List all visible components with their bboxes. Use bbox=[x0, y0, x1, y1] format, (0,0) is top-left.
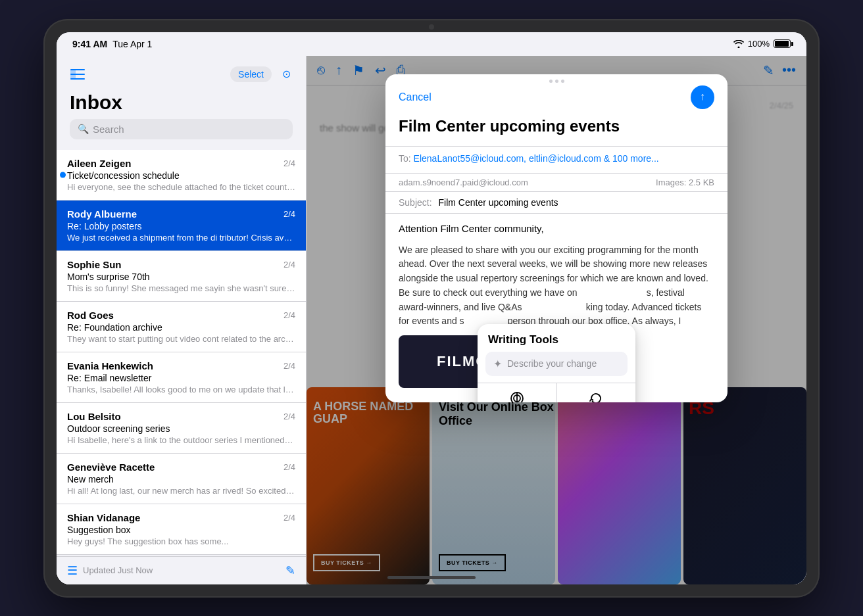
drag-dot-3 bbox=[561, 80, 564, 83]
subject-row: Subject: Film Center upcoming events bbox=[385, 191, 727, 213]
sparkle-icon: ✦ bbox=[493, 358, 502, 370]
side-button[interactable] bbox=[819, 151, 820, 190]
mail-subject: New merch bbox=[67, 474, 295, 485]
mail-date: 2/4 bbox=[284, 462, 295, 472]
ipad-device: 9:41 AM Tue Apr 1 100% bbox=[43, 19, 820, 598]
wt-input-row: ✦ Describe your change bbox=[478, 352, 635, 383]
cc-row: adam.s9noend7.paid@icloud.com Images: 2.… bbox=[385, 173, 727, 191]
mail-subject: Re: Foundation archive bbox=[67, 322, 295, 333]
mail-item-header: Aileen Zeigen 2/4 bbox=[67, 158, 295, 169]
cancel-button[interactable]: Cancel bbox=[399, 91, 431, 103]
mail-item-header: Rod Goes 2/4 bbox=[67, 310, 295, 321]
to-field[interactable]: To: ElenaLanot55@icloud.com, eltlin@iclo… bbox=[399, 153, 714, 164]
mail-preview: They want to start putting out video con… bbox=[67, 334, 295, 344]
mail-preview: Hey guys! The suggestion box has some... bbox=[67, 536, 295, 546]
to-addresses: ElenaLanot55@icloud.com, eltlin@icloud.c… bbox=[414, 153, 659, 164]
proofread-icon bbox=[510, 391, 524, 402]
mail-preview: Thanks, Isabelle! All looks good to me o… bbox=[67, 385, 295, 394]
wt-main-buttons: Proofread Rewrite bbox=[478, 383, 635, 402]
mail-subject: Outdoor screening series bbox=[67, 423, 295, 434]
images-size-text: Images: 2.5 KB bbox=[656, 178, 714, 187]
email-view: ⎋ ↑ ⚑ ↩ ⎙ ✎ ••• 2/4/25 the show will go … bbox=[307, 56, 806, 584]
mail-date: 2/4 bbox=[284, 260, 295, 270]
status-bar: 9:41 AM Tue Apr 1 100% bbox=[57, 32, 806, 56]
sidebar-toolbar: Select ⊙ bbox=[67, 64, 295, 85]
subject-label: Subject: bbox=[399, 197, 432, 208]
mail-list-item[interactable]: Sophie Sun 2/4 Mom's surprise 70th This … bbox=[57, 251, 306, 302]
rewrite-icon bbox=[589, 391, 603, 402]
battery-fill bbox=[775, 41, 789, 47]
to-label: To: bbox=[399, 153, 414, 164]
battery-icon bbox=[774, 39, 791, 48]
mail-subject: Re: Email newsletter bbox=[67, 373, 295, 383]
mail-sender: Sophie Sun bbox=[67, 259, 122, 270]
ipad-screen: 9:41 AM Tue Apr 1 100% bbox=[57, 32, 806, 584]
mail-subject: Suggestion box bbox=[67, 525, 295, 535]
camera bbox=[429, 24, 434, 30]
wifi-icon bbox=[733, 40, 744, 48]
cc-from-text: adam.s9noend7.paid@icloud.com bbox=[399, 178, 528, 187]
greeting-line: Attention Film Center community, bbox=[399, 222, 714, 237]
unread-dot bbox=[60, 172, 66, 178]
writing-tools-popup: Writing Tools ✦ Describe your change bbox=[478, 324, 635, 402]
mail-date: 2/4 bbox=[284, 310, 295, 320]
mail-date: 2/4 bbox=[284, 158, 295, 168]
mail-subject: Ticket/concession schedule bbox=[67, 170, 295, 181]
mail-item-header: Rody Albuerne 2/4 bbox=[67, 208, 295, 220]
mail-list-item[interactable]: Geneviève Racette 2/4 New merch Hi all! … bbox=[57, 454, 306, 504]
subject-value: Film Center upcoming events bbox=[438, 197, 558, 208]
mail-list-item[interactable]: Shian Vidanage 2/4 Suggestion box Hey gu… bbox=[57, 504, 306, 555]
mail-list-item[interactable]: Rod Goes 2/4 Re: Foundation archive They… bbox=[57, 302, 306, 352]
search-bar[interactable]: 🔍 Search bbox=[70, 119, 293, 139]
sidebar-toggle-button[interactable] bbox=[67, 64, 88, 85]
filter-button[interactable]: ⊙ bbox=[277, 65, 295, 83]
mail-list: Aileen Zeigen 2/4 Ticket/concession sche… bbox=[57, 150, 306, 556]
compose-modal: Cancel ↑ Film Center upcoming events To:… bbox=[385, 74, 727, 402]
mail-sender: Lou Belsito bbox=[67, 411, 121, 422]
send-button[interactable]: ↑ bbox=[691, 85, 714, 109]
email-subject-area: Film Center upcoming events bbox=[385, 117, 727, 147]
mail-list-item[interactable]: Evania Henkewich 2/4 Re: Email newslette… bbox=[57, 352, 306, 403]
modal-toolbar: Cancel ↑ bbox=[385, 85, 727, 117]
mail-list-item[interactable]: Lou Belsito 2/4 Outdoor screening series… bbox=[57, 403, 306, 454]
mail-sender: Evania Henkewich bbox=[67, 360, 153, 371]
drag-dot-1 bbox=[549, 80, 553, 83]
wt-input-placeholder: Describe your change bbox=[507, 358, 597, 369]
rewrite-button[interactable]: Rewrite bbox=[557, 383, 636, 402]
svg-rect-2 bbox=[70, 74, 85, 75]
mail-list-item[interactable]: Rody Albuerne 2/4 Re: Lobby posters We j… bbox=[57, 201, 306, 251]
mail-preview: This is so funny! She messaged me sayin … bbox=[67, 283, 295, 293]
status-right: 100% bbox=[733, 39, 791, 49]
mail-preview: We just received a shipment from the di … bbox=[67, 233, 295, 243]
mail-sender: Rody Albuerne bbox=[67, 208, 137, 220]
mail-subject: Mom's surprise 70th bbox=[67, 272, 295, 282]
send-arrow-icon: ↑ bbox=[700, 91, 705, 103]
mail-item-header: Geneviève Racette 2/4 bbox=[67, 462, 295, 473]
wt-describe-input[interactable]: ✦ Describe your change bbox=[485, 352, 628, 376]
mail-sidebar: Select ⊙ Inbox 🔍 Search Aileen Zeigen 2/ bbox=[57, 56, 307, 584]
mail-item-header: Shian Vidanage 2/4 bbox=[67, 512, 295, 523]
mail-subject: Re: Lobby posters bbox=[67, 221, 295, 231]
svg-rect-1 bbox=[70, 69, 85, 70]
svg-rect-3 bbox=[70, 78, 85, 80]
mail-item-header: Sophie Sun 2/4 bbox=[67, 259, 295, 270]
mail-sender: Rod Goes bbox=[67, 310, 114, 321]
mail-date: 2/4 bbox=[284, 209, 295, 219]
mail-sender: Geneviève Racette bbox=[67, 462, 155, 473]
drag-dot-2 bbox=[555, 80, 558, 83]
proofread-button[interactable]: Proofread bbox=[478, 383, 556, 402]
compose-footer-icon[interactable]: ✎ bbox=[285, 563, 295, 578]
mail-list-item[interactable]: Aileen Zeigen 2/4 Ticket/concession sche… bbox=[57, 150, 306, 201]
mail-preview: Hi everyone, see the schedule attached f… bbox=[67, 182, 295, 192]
filter-footer-icon: ☰ bbox=[67, 563, 78, 578]
mail-sender: Aileen Zeigen bbox=[67, 158, 132, 169]
select-button[interactable]: Select bbox=[230, 66, 272, 82]
mail-preview: Hi all! At long last, our new merch has … bbox=[67, 486, 295, 496]
recipients-area: To: ElenaLanot55@icloud.com, eltlin@iclo… bbox=[385, 147, 727, 173]
mail-sender: Shian Vidanage bbox=[67, 512, 140, 523]
sidebar-header: Select ⊙ Inbox 🔍 Search bbox=[57, 56, 306, 150]
search-placeholder: Search bbox=[93, 124, 124, 135]
status-date: Tue Apr 1 bbox=[112, 39, 152, 49]
mail-date: 2/4 bbox=[284, 412, 295, 421]
battery-label: 100% bbox=[748, 39, 770, 49]
